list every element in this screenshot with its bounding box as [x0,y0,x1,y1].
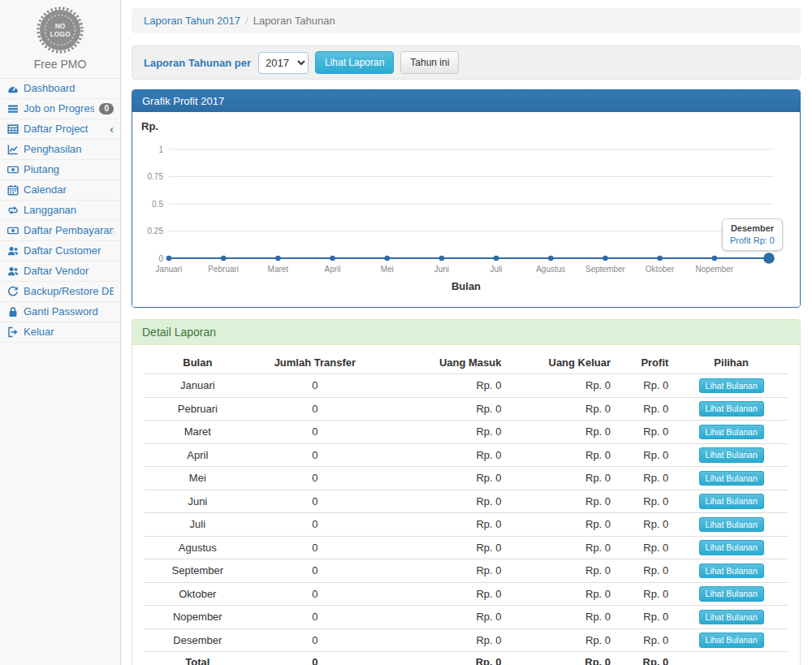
lihat-bulanan-button[interactable]: Lihat Bulanan [699,471,764,486]
table-total-row: Total0Rp. 0Rp. 0Rp. 0 [145,652,788,665]
year-select[interactable]: 2017 [258,52,309,74]
cell-uang-keluar: Rp. 0 [508,513,617,537]
table-header-row: BulanJumlah TransferUang MasukUang Kelua… [145,352,788,374]
table-icon [7,123,19,135]
lihat-bulanan-button[interactable]: Lihat Bulanan [699,540,764,555]
svg-text:Mei: Mei [381,265,394,274]
svg-text:Pebruari: Pebruari [208,265,239,274]
cell-jumlah-transfer: 0 [251,467,379,490]
money-icon [7,164,19,175]
sidebar-item-label: Piutang [24,163,114,176]
sidebar-item-job-on-progress[interactable]: Job on Progress0 [0,99,120,119]
sidebar-item-langganan[interactable]: Langganan [0,201,120,221]
cell-pilihan: Lihat Bulanan [675,467,788,490]
sidebar-item-keluar[interactable]: Keluar [0,322,120,343]
breadcrumb-link-laporan-tahun[interactable]: Laporan Tahun 2017 [144,15,240,27]
table-row: September0Rp. 0Rp. 0Rp. 0Lihat Bulanan [145,559,788,583]
sidebar-item-ganti-password[interactable]: Ganti Password [0,302,120,322]
svg-text:NO: NO [55,22,66,30]
sidebar-item-label: Backup/Restore DB [24,285,114,298]
cell-jumlah-transfer: 0 [251,536,379,559]
column-header-pilihan: Pilihan [675,352,788,374]
sidebar-item-label: Dashboard [24,82,114,95]
lihat-bulanan-button[interactable]: Lihat Bulanan [699,517,764,533]
sidebar-item-penghasilan[interactable]: Penghasilan [0,140,120,160]
cell-uang-masuk: Rp. 0 [379,652,508,665]
column-header-uang-masuk: Uang Masuk [379,352,508,374]
cell-pilihan: Lihat Bulanan [675,421,788,444]
cell-uang-masuk: Rp. 0 [379,628,508,652]
cell-uang-keluar: Rp. 0 [508,421,617,444]
sign-out-icon [7,326,19,338]
cell-pilihan: Lihat Bulanan [675,536,788,559]
dashboard-icon [7,83,19,94]
sidebar-nav: DashboardJob on Progress0Daftar Project‹… [0,79,120,343]
breadcrumb-separator: / [245,15,248,27]
brand-name: Free PMO [0,58,120,71]
no-logo-badge: NO LOGO [37,6,84,54]
table-row: Maret0Rp. 0Rp. 0Rp. 0Lihat Bulanan [145,421,788,444]
tahun-ini-button[interactable]: Tahun ini [400,51,459,74]
users-icon [7,266,19,277]
lihat-bulanan-button[interactable]: Lihat Bulanan [699,564,764,579]
cell-pilihan: Lihat Bulanan [675,559,788,583]
sidebar-item-daftar-project[interactable]: Daftar Project‹ [0,119,120,140]
cell-uang-masuk: Rp. 0 [379,374,508,398]
cell-bulan: Total [145,652,251,665]
cell-jumlah-transfer: 0 [251,397,379,421]
sidebar-item-daftar-pembayaran[interactable]: Daftar Pembayaran [0,221,120,241]
lihat-bulanan-button[interactable]: Lihat Bulanan [699,447,764,463]
cell-uang-masuk: Rp. 0 [379,467,508,490]
cell-uang-keluar: Rp. 0 [508,559,617,583]
tooltip-month: Desember [730,223,775,233]
cell-jumlah-transfer: 0 [251,374,379,398]
column-header-jumlah-transfer: Jumlah Transfer [251,352,379,374]
cell-uang-keluar: Rp. 0 [508,536,617,559]
annual-report-filter: Laporan Tahunan per 2017 Lihat Laporan T… [132,45,801,80]
retweet-icon [7,205,19,216]
sidebar-item-backup-restore-db[interactable]: Backup/Restore DB [0,282,120,302]
sidebar-item-piutang[interactable]: Piutang [0,160,120,180]
lihat-bulanan-button[interactable]: Lihat Bulanan [699,633,764,648]
sidebar-item-calendar[interactable]: Calendar [0,180,120,201]
cell-bulan: Oktober [145,582,251,606]
detail-table-body: Januari0Rp. 0Rp. 0Rp. 0Lihat BulananPebr… [145,374,788,665]
detail-report-panel: Detail Laporan BulanJumlah TransferUang … [132,319,801,665]
cell-uang-keluar: Rp. 0 [508,443,617,467]
cell-bulan: Agustus [145,536,251,559]
sidebar-item-label: Daftar Project [24,123,105,136]
sidebar-item-label: Daftar Vendor [24,265,114,278]
cell-pilihan: Lihat Bulanan [675,443,788,467]
chart-area: 00.250.50.751JanuariPebruariMaretAprilMe… [132,112,800,307]
sidebar-item-label: Calendar [24,184,114,196]
sidebar-item-label: Job on Progress [24,102,94,115]
svg-text:Oktober: Oktober [646,265,675,274]
lihat-bulanan-button[interactable]: Lihat Bulanan [699,378,764,394]
lihat-laporan-button[interactable]: Lihat Laporan [315,51,394,74]
svg-text:Agustus: Agustus [536,265,565,274]
cell-uang-masuk: Rp. 0 [379,513,508,537]
sidebar-item-label: Keluar [24,326,114,339]
lihat-bulanan-button[interactable]: Lihat Bulanan [699,494,764,509]
svg-text:Juli: Juli [490,265,503,274]
table-row: Desember0Rp. 0Rp. 0Rp. 0Lihat Bulanan [145,628,788,652]
cell-uang-masuk: Rp. 0 [379,397,508,421]
table-row: Nopember0Rp. 0Rp. 0Rp. 0Lihat Bulanan [145,606,788,629]
sidebar-item-daftar-customer[interactable]: Daftar Customer [0,241,120,261]
lihat-bulanan-button[interactable]: Lihat Bulanan [699,586,764,602]
cell-uang-masuk: Rp. 0 [379,559,508,583]
cell-jumlah-transfer: 0 [251,513,379,537]
detail-panel-body: BulanJumlah TransferUang MasukUang Kelua… [132,345,800,665]
profit-line-chart: 00.250.50.751JanuariPebruariMaretAprilMe… [132,112,800,305]
lihat-bulanan-button[interactable]: Lihat Bulanan [699,610,764,625]
sidebar-item-daftar-vendor[interactable]: Daftar Vendor [0,261,120,282]
cell-pilihan: Lihat Bulanan [675,490,788,513]
calendar-icon [7,184,19,196]
cell-pilihan [675,652,788,665]
lihat-bulanan-button[interactable]: Lihat Bulanan [699,425,764,440]
svg-text:0.25: 0.25 [148,227,164,235]
table-row: Mei0Rp. 0Rp. 0Rp. 0Lihat Bulanan [145,467,788,490]
sidebar-item-dashboard[interactable]: Dashboard [0,79,120,99]
cell-jumlah-transfer: 0 [251,421,379,444]
lihat-bulanan-button[interactable]: Lihat Bulanan [699,401,764,417]
